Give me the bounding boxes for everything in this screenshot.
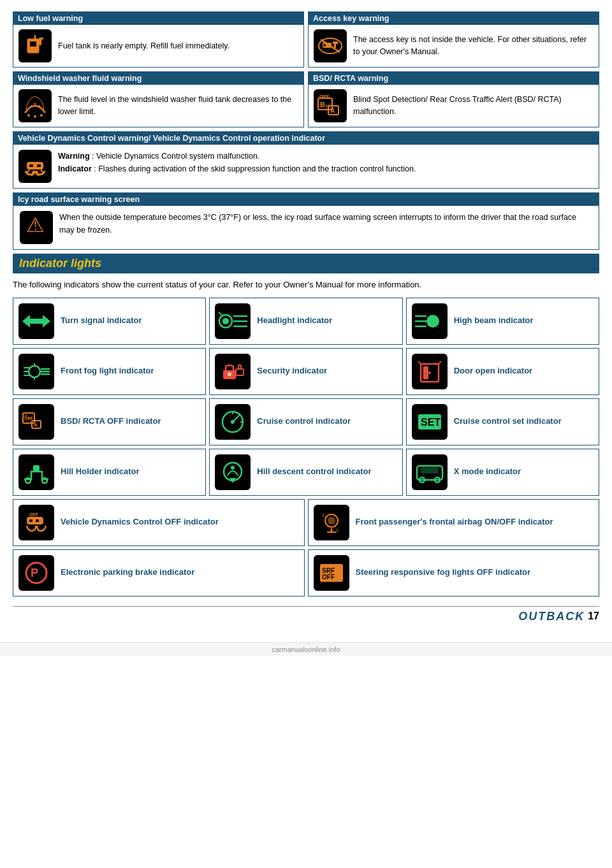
bsd-off-icon: OFF B y/ A [18, 404, 54, 440]
airbag-cell: 2 2 Front passenger's frontal airbag ON/… [308, 499, 600, 546]
vdc-content: Warning : Vehicle Dynamics Control syste… [13, 145, 599, 188]
svg-line-54 [439, 361, 441, 364]
cruise-set-label: Cruise control set indicator [454, 416, 562, 427]
turn-signal-icon [18, 303, 54, 339]
vdc-off-cell: OFF Vehicle Dynamics Control OFF indicat… [13, 499, 305, 546]
hill-descent-label: Hill descent control indicator [257, 466, 371, 477]
hill-holder-icon [18, 454, 54, 490]
footer: OUTBACK 17 [13, 606, 599, 623]
bsd-text: Blind Spot Detection/ Rear Cross Traffic… [353, 94, 594, 118]
indicator-row-2: Front fog light indicator Security indic… [13, 348, 599, 395]
vdc-off-label: Vehicle Dynamics Control OFF indicator [61, 516, 219, 528]
svg-text:B: B [320, 101, 325, 108]
icy-road-warning: Icy road surface warning screen ⚠ ! When… [13, 192, 599, 250]
vdc-warning-text: Vehicle Dynamics Control system malfunct… [96, 152, 259, 161]
svg-rect-25 [37, 164, 41, 167]
access-key-content: The access key is not inside the vehicle… [309, 25, 599, 67]
bsd-off-cell: OFF B y/ A BSD/ RCTA OFF indicator [13, 398, 206, 445]
svg-rect-10 [334, 44, 336, 48]
svg-rect-78 [421, 467, 439, 474]
high-beam-cell: High beam indicator [406, 298, 599, 345]
headlight-cell: Headlight indicator [209, 298, 402, 345]
low-fuel-text: Fuel tank is nearly empty. Refill fuel i… [58, 40, 229, 52]
bsd-icon: B y/ A OFF [314, 89, 347, 122]
door-open-label: Door open indicator [454, 365, 533, 377]
bsd-warning: BSD/ RCTA warning B y/ A OFF Blind Spot … [308, 71, 599, 127]
svg-line-67 [233, 417, 238, 422]
indicator-row-3: OFF B y/ A BSD/ RCTA OFF indicator [13, 398, 599, 445]
svg-line-53 [418, 361, 421, 364]
svg-point-84 [328, 517, 335, 524]
epb-icon: P [18, 555, 54, 591]
svg-point-15 [34, 115, 36, 118]
svg-point-72 [42, 478, 47, 483]
epb-cell: P Electronic parking brake indicator [13, 549, 305, 597]
top-warnings-grid: Low fuel warning Fuel tank is nearly emp… [13, 11, 599, 127]
cruise-control-label: Cruise control indicator [257, 416, 351, 427]
vdc-icon [18, 150, 52, 183]
svg-text:B: B [25, 414, 27, 417]
watermark: carmanualsonline.info [0, 642, 612, 656]
bsd-title: BSD/ RCTA warning [309, 72, 599, 85]
vdc-text: Warning : Vehicle Dynamics Control syste… [58, 150, 416, 175]
icy-road-title: Icy road surface warning screen [13, 193, 599, 206]
indicator-row-5: OFF Vehicle Dynamics Control OFF indicat… [13, 499, 599, 546]
cruise-control-cell: Cruise control indicator [209, 398, 402, 445]
security-icon [215, 354, 251, 389]
door-open-icon [412, 354, 448, 389]
vdc-off-icon: OFF [18, 505, 54, 540]
x-mode-label: X mode indicator [454, 466, 521, 477]
svg-text:y/: y/ [29, 416, 32, 420]
svg-point-16 [40, 114, 43, 117]
svg-text:OFF: OFF [322, 574, 335, 581]
svg-rect-70 [33, 465, 40, 472]
svg-text:A: A [330, 107, 335, 114]
airbag-icon: 2 2 [314, 505, 349, 540]
indicator-row-1: Turn signal indicator Headlight indicato… [13, 298, 599, 345]
svg-point-74 [231, 466, 235, 470]
vdc-indicator-label: Indicator [58, 164, 92, 173]
svg-rect-1 [30, 41, 36, 47]
access-key-text: The access key is not inside the vehicle… [353, 34, 594, 58]
low-fuel-title: Low fuel warning [13, 12, 303, 25]
svg-text:2: 2 [336, 528, 339, 533]
srf-off-label: Steering responsive fog lights OFF indic… [356, 567, 530, 578]
svg-text:OFF: OFF [29, 512, 39, 517]
headlight-icon [215, 303, 251, 339]
bsd-off-label: BSD/ RCTA OFF indicator [61, 416, 161, 427]
svg-rect-9 [333, 41, 338, 44]
windshield-title: Windshield washer fluid warning [13, 72, 303, 85]
security-cell: Security indicator [209, 348, 402, 395]
svg-point-36 [426, 315, 439, 328]
access-key-warning: Access key warning The access key is not… [308, 11, 599, 68]
fuel-icon [18, 29, 52, 62]
svg-rect-3 [40, 38, 43, 40]
svg-text:SET: SET [421, 417, 441, 428]
x-mode-icon [412, 454, 448, 490]
front-fog-icon [18, 354, 54, 389]
windshield-text: The fluid level in the windshield washer… [58, 94, 298, 118]
svg-point-48 [228, 372, 231, 376]
cruise-set-cell: SET Cruise control set indicator [406, 398, 599, 445]
hill-holder-cell: Hill Holder indicator [13, 449, 206, 496]
indicator-row-4: Hill Holder indicator Hill descent contr… [13, 449, 599, 496]
hill-descent-cell: Hill descent control indicator [209, 449, 402, 496]
svg-point-8 [323, 44, 326, 47]
low-fuel-warning: Low fuel warning Fuel tank is nearly emp… [13, 11, 304, 68]
front-fog-label: Front fog light indicator [61, 365, 154, 377]
vdc-title: Vehicle Dynamics Control warning/ Vehicl… [13, 132, 599, 145]
access-key-title: Access key warning [309, 12, 599, 25]
indicator-lights-title: Indicator lights [19, 257, 101, 270]
svg-rect-81 [36, 519, 39, 522]
airbag-label: Front passenger's frontal airbag ON/OFF … [356, 516, 553, 528]
svg-rect-24 [29, 164, 33, 167]
x-mode-cell: X mode indicator [406, 449, 599, 496]
indicator-row-6: P Electronic parking brake indicator SRF… [13, 549, 599, 597]
svg-point-31 [222, 318, 229, 324]
vdc-indicator-text: Flashes during activation of the skid su… [98, 164, 416, 173]
svg-rect-50 [238, 365, 241, 369]
windshield-content: The fluid level in the windshield washer… [13, 85, 303, 127]
windshield-icon [18, 89, 52, 122]
icy-road-text: When the outside temperature becomes 3°C… [59, 211, 592, 236]
vdc-warning-label: Warning [58, 152, 90, 161]
